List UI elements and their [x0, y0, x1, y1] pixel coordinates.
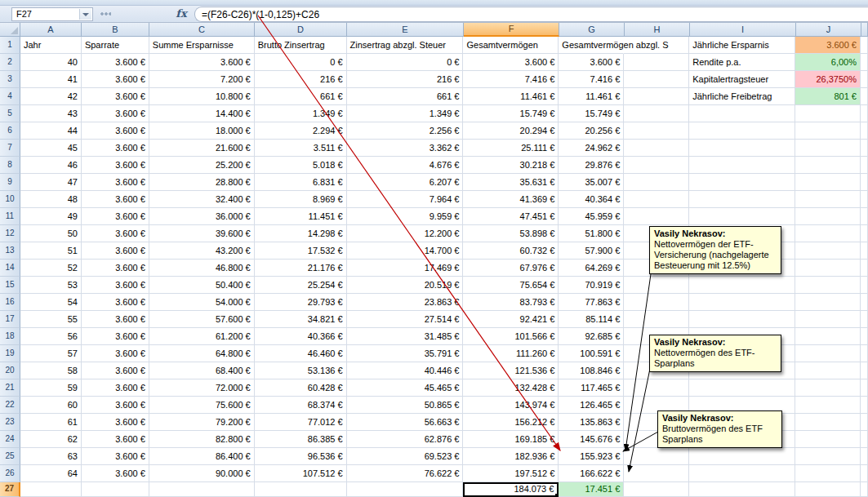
- cell-C24[interactable]: 82.800 €: [149, 431, 255, 448]
- cell-H15[interactable]: [624, 277, 689, 294]
- cell-G20[interactable]: 108.846 €: [559, 362, 624, 379]
- cell-A2[interactable]: 40: [20, 54, 82, 71]
- cell-B8[interactable]: 3.600 €: [82, 157, 149, 174]
- cell-C3[interactable]: 7.200 €: [149, 71, 255, 88]
- cell-F16[interactable]: 83.793 €: [463, 294, 559, 311]
- cell-J8[interactable]: [795, 157, 861, 174]
- cell-D16[interactable]: 29.793 €: [255, 294, 347, 311]
- cell-E11[interactable]: 9.959 €: [347, 208, 464, 225]
- cell-C6[interactable]: 18.000 €: [149, 122, 255, 140]
- cell-F12[interactable]: 53.898 €: [463, 225, 559, 242]
- cell-J10[interactable]: [795, 191, 861, 208]
- row-header-26[interactable]: 26: [0, 465, 20, 482]
- cell-A12[interactable]: 50: [20, 225, 82, 242]
- cell-G25[interactable]: 155.923 €: [559, 448, 624, 465]
- cell-J1[interactable]: 3.600 €: [795, 37, 861, 54]
- cell-F22[interactable]: 143.974 €: [463, 397, 559, 414]
- cell-G27[interactable]: 17.451 €: [559, 482, 624, 497]
- row-header-9[interactable]: 9: [0, 174, 20, 191]
- comment-note-3[interactable]: Vasily Nekrasov: Bruttovermögen des ETF …: [657, 410, 782, 448]
- cell-G21[interactable]: 117.465 €: [559, 379, 624, 397]
- column-header-E[interactable]: E: [347, 23, 464, 37]
- cell-J26[interactable]: [795, 465, 861, 482]
- cell-B13[interactable]: 3.600 €: [82, 242, 149, 260]
- cell-D11[interactable]: 11.451 €: [255, 208, 347, 225]
- cell-B5[interactable]: 3.600 €: [82, 105, 149, 122]
- cell-D5[interactable]: 1.349 €: [255, 105, 347, 122]
- cell-C7[interactable]: 21.600 €: [149, 140, 255, 157]
- cell-H5[interactable]: [624, 105, 689, 122]
- cell-F3[interactable]: 7.416 €: [463, 71, 559, 88]
- column-header-D[interactable]: D: [255, 23, 347, 37]
- cell-D27[interactable]: [255, 482, 347, 497]
- cell-H8[interactable]: [624, 157, 689, 174]
- cell-A7[interactable]: 45: [20, 140, 82, 157]
- cell-H3[interactable]: [624, 71, 689, 88]
- cell-J3[interactable]: 26,3750%: [795, 71, 861, 88]
- cell-A24[interactable]: 62: [20, 431, 82, 448]
- cell-B17[interactable]: 3.600 €: [82, 311, 149, 328]
- cell-H25[interactable]: [624, 448, 689, 465]
- cell-J2[interactable]: 6,00%: [795, 54, 861, 71]
- row-header-17[interactable]: 17: [0, 311, 20, 328]
- cell-J9[interactable]: [795, 174, 861, 191]
- cell-A26[interactable]: 64: [20, 465, 82, 482]
- row-header-2[interactable]: 2: [0, 54, 20, 71]
- cell-A22[interactable]: 60: [20, 397, 82, 414]
- cell-E25[interactable]: 69.523 €: [347, 448, 464, 465]
- cell-J15[interactable]: [795, 277, 861, 294]
- cell-C14[interactable]: 46.800 €: [149, 260, 255, 277]
- cell-F17[interactable]: 92.421 €: [463, 311, 559, 328]
- row-header-25[interactable]: 25: [0, 448, 20, 465]
- cell-C19[interactable]: 64.800 €: [149, 345, 255, 362]
- cell-J22[interactable]: [795, 397, 861, 414]
- row-header-8[interactable]: 8: [0, 157, 20, 174]
- row-header-19[interactable]: 19: [0, 345, 20, 362]
- cell-D17[interactable]: 34.821 €: [255, 311, 347, 328]
- cell-D8[interactable]: 5.018 €: [255, 157, 347, 174]
- cell-C12[interactable]: 39.600 €: [149, 225, 255, 242]
- cell-G13[interactable]: 57.900 €: [559, 242, 624, 260]
- cell-E18[interactable]: 31.485 €: [347, 328, 464, 345]
- cell-E19[interactable]: 35.791 €: [347, 345, 464, 362]
- cell-E10[interactable]: 7.964 €: [347, 191, 464, 208]
- cell-E24[interactable]: 62.876 €: [347, 431, 464, 448]
- name-box[interactable]: F27: [11, 7, 93, 21]
- comment-note-2[interactable]: Vasily Nekrasov: Nettovermögen des ETF-S…: [649, 335, 781, 372]
- cell-C10[interactable]: 32.400 €: [149, 191, 255, 208]
- cell-A14[interactable]: 52: [20, 260, 82, 277]
- cell-E8[interactable]: 4.676 €: [347, 157, 464, 174]
- cell-B1[interactable]: Sparrate: [82, 37, 149, 54]
- cell-G5[interactable]: 15.749 €: [559, 105, 624, 122]
- row-header-27[interactable]: 27: [0, 482, 20, 497]
- row-header-13[interactable]: 13: [0, 242, 20, 260]
- cell-H17[interactable]: [624, 311, 689, 328]
- cell-F21[interactable]: 132.428 €: [463, 379, 559, 397]
- cell-D18[interactable]: 40.366 €: [255, 328, 347, 345]
- cell-C15[interactable]: 50.400 €: [149, 277, 255, 294]
- cell-B26[interactable]: 3.600 €: [82, 465, 149, 482]
- row-header-18[interactable]: 18: [0, 328, 20, 345]
- cell-I9[interactable]: [689, 174, 795, 191]
- row-header-21[interactable]: 21: [0, 379, 20, 397]
- cell-I6[interactable]: [689, 122, 795, 140]
- cell-B27[interactable]: [82, 482, 149, 497]
- cell-J4[interactable]: 801 €: [795, 88, 861, 105]
- cell-D7[interactable]: 3.511 €: [255, 140, 347, 157]
- cell-E6[interactable]: 2.256 €: [347, 122, 464, 140]
- row-header-15[interactable]: 15: [0, 277, 20, 294]
- cell-E15[interactable]: 20.519 €: [347, 277, 464, 294]
- cell-E1[interactable]: Zinsertrag abzgl. Steuer: [347, 37, 464, 54]
- cell-J14[interactable]: [795, 260, 861, 277]
- comment-note-1[interactable]: Vasily Nekrasov: Nettovermögen der ETF-V…: [649, 226, 781, 274]
- cell-D4[interactable]: 661 €: [255, 88, 347, 105]
- cell-D13[interactable]: 17.532 €: [255, 242, 347, 260]
- cell-B14[interactable]: 3.600 €: [82, 260, 149, 277]
- cell-C4[interactable]: 10.800 €: [149, 88, 255, 105]
- cell-C16[interactable]: 54.000 €: [149, 294, 255, 311]
- cell-A17[interactable]: 55: [20, 311, 82, 328]
- cell-I8[interactable]: [689, 157, 795, 174]
- cell-B9[interactable]: 3.600 €: [82, 174, 149, 191]
- cell-J13[interactable]: [795, 242, 861, 260]
- row-header-6[interactable]: 6: [0, 122, 20, 140]
